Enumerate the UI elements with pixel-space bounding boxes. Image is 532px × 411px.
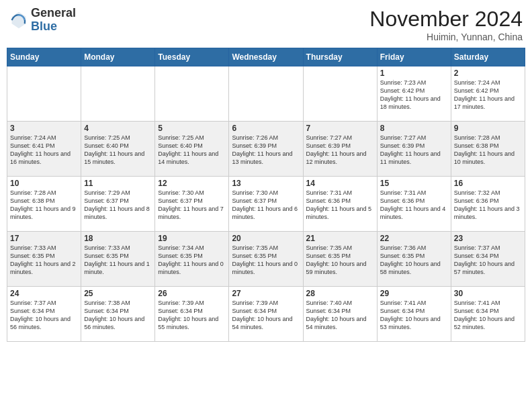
day-number: 4 [84, 124, 152, 133]
day-number: 6 [232, 124, 300, 133]
day-number: 22 [380, 234, 448, 243]
day-number: 28 [306, 289, 374, 298]
calendar-cell: 17Sunrise: 7:33 AM Sunset: 6:35 PM Dayli… [7, 232, 81, 287]
day-number: 14 [306, 179, 374, 188]
day-of-week-header: Wednesday [229, 48, 303, 66]
calendar-cell [155, 66, 229, 122]
day-number: 7 [306, 124, 374, 133]
title-block: November 2024 Huimin, Yunnan, China [369, 7, 523, 42]
day-number: 29 [380, 289, 448, 298]
calendar-cell: 30Sunrise: 7:41 AM Sunset: 6:34 PM Dayli… [451, 287, 525, 342]
calendar-cell: 10Sunrise: 7:28 AM Sunset: 6:38 PM Dayli… [7, 177, 81, 232]
day-number: 3 [10, 124, 78, 133]
calendar-cell: 18Sunrise: 7:33 AM Sunset: 6:35 PM Dayli… [81, 232, 155, 287]
calendar-cell: 3Sunrise: 7:24 AM Sunset: 6:41 PM Daylig… [7, 122, 81, 177]
day-number: 2 [454, 68, 522, 78]
calendar-cell: 27Sunrise: 7:39 AM Sunset: 6:34 PM Dayli… [229, 287, 303, 342]
day-info: Sunrise: 7:39 AM Sunset: 6:34 PM Dayligh… [232, 299, 300, 332]
logo-icon [9, 11, 28, 30]
day-info: Sunrise: 7:30 AM Sunset: 6:37 PM Dayligh… [232, 189, 300, 222]
day-number: 25 [84, 289, 152, 298]
day-number: 19 [158, 234, 226, 243]
day-info: Sunrise: 7:28 AM Sunset: 6:38 PM Dayligh… [10, 189, 78, 222]
calendar-week-row: 3Sunrise: 7:24 AM Sunset: 6:41 PM Daylig… [7, 122, 525, 177]
calendar-cell [81, 66, 155, 122]
calendar-cell: 24Sunrise: 7:37 AM Sunset: 6:34 PM Dayli… [7, 287, 81, 342]
calendar-table: SundayMondayTuesdayWednesdayThursdayFrid… [7, 48, 525, 342]
calendar-cell: 20Sunrise: 7:35 AM Sunset: 6:35 PM Dayli… [229, 232, 303, 287]
page-header: General Blue November 2024 Huimin, Yunna… [7, 7, 525, 42]
day-info: Sunrise: 7:34 AM Sunset: 6:35 PM Dayligh… [158, 244, 226, 277]
calendar-body: 1Sunrise: 7:23 AM Sunset: 6:42 PM Daylig… [7, 66, 525, 342]
calendar-cell: 28Sunrise: 7:40 AM Sunset: 6:34 PM Dayli… [303, 287, 377, 342]
calendar-cell: 13Sunrise: 7:30 AM Sunset: 6:37 PM Dayli… [229, 177, 303, 232]
day-info: Sunrise: 7:36 AM Sunset: 6:35 PM Dayligh… [380, 244, 448, 277]
day-number: 27 [232, 289, 300, 298]
day-number: 26 [158, 289, 226, 298]
day-number: 12 [158, 179, 226, 188]
day-info: Sunrise: 7:26 AM Sunset: 6:39 PM Dayligh… [232, 134, 300, 167]
calendar-cell: 14Sunrise: 7:31 AM Sunset: 6:36 PM Dayli… [303, 177, 377, 232]
calendar-cell: 2Sunrise: 7:24 AM Sunset: 6:42 PM Daylig… [451, 66, 525, 122]
day-of-week-header: Friday [377, 48, 451, 66]
day-info: Sunrise: 7:25 AM Sunset: 6:40 PM Dayligh… [158, 134, 226, 167]
day-number: 1 [380, 68, 448, 78]
day-info: Sunrise: 7:31 AM Sunset: 6:36 PM Dayligh… [306, 189, 374, 222]
calendar-cell [303, 66, 377, 122]
day-number: 5 [158, 124, 226, 133]
day-info: Sunrise: 7:37 AM Sunset: 6:34 PM Dayligh… [10, 299, 78, 332]
day-info: Sunrise: 7:40 AM Sunset: 6:34 PM Dayligh… [306, 299, 374, 332]
day-info: Sunrise: 7:31 AM Sunset: 6:36 PM Dayligh… [380, 189, 448, 222]
calendar-cell: 5Sunrise: 7:25 AM Sunset: 6:40 PM Daylig… [155, 122, 229, 177]
day-number: 9 [454, 124, 522, 133]
day-of-week-header: Monday [81, 48, 155, 66]
calendar-cell [7, 66, 81, 122]
day-of-week-header: Tuesday [155, 48, 229, 66]
day-info: Sunrise: 7:27 AM Sunset: 6:39 PM Dayligh… [380, 134, 448, 167]
day-info: Sunrise: 7:28 AM Sunset: 6:38 PM Dayligh… [454, 134, 522, 167]
month-title: November 2024 [369, 7, 523, 32]
day-number: 23 [454, 234, 522, 243]
calendar-cell: 7Sunrise: 7:27 AM Sunset: 6:39 PM Daylig… [303, 122, 377, 177]
day-number: 16 [454, 179, 522, 188]
calendar-cell: 12Sunrise: 7:30 AM Sunset: 6:37 PM Dayli… [155, 177, 229, 232]
day-info: Sunrise: 7:30 AM Sunset: 6:37 PM Dayligh… [158, 189, 226, 222]
calendar-cell: 1Sunrise: 7:23 AM Sunset: 6:42 PM Daylig… [377, 66, 451, 122]
day-info: Sunrise: 7:32 AM Sunset: 6:36 PM Dayligh… [454, 189, 522, 222]
day-info: Sunrise: 7:33 AM Sunset: 6:35 PM Dayligh… [10, 244, 78, 277]
day-info: Sunrise: 7:37 AM Sunset: 6:34 PM Dayligh… [454, 244, 522, 277]
calendar-cell: 29Sunrise: 7:41 AM Sunset: 6:34 PM Dayli… [377, 287, 451, 342]
day-of-week-header: Thursday [303, 48, 377, 66]
day-of-week-header: Saturday [451, 48, 525, 66]
day-info: Sunrise: 7:27 AM Sunset: 6:39 PM Dayligh… [306, 134, 374, 167]
day-info: Sunrise: 7:35 AM Sunset: 6:35 PM Dayligh… [306, 244, 374, 277]
day-info: Sunrise: 7:35 AM Sunset: 6:35 PM Dayligh… [232, 244, 300, 277]
day-number: 21 [306, 234, 374, 243]
calendar-week-row: 24Sunrise: 7:37 AM Sunset: 6:34 PM Dayli… [7, 287, 525, 342]
day-info: Sunrise: 7:41 AM Sunset: 6:34 PM Dayligh… [380, 299, 448, 332]
calendar-cell: 22Sunrise: 7:36 AM Sunset: 6:35 PM Dayli… [377, 232, 451, 287]
day-info: Sunrise: 7:33 AM Sunset: 6:35 PM Dayligh… [84, 244, 152, 277]
day-number: 24 [10, 289, 78, 298]
calendar-cell: 6Sunrise: 7:26 AM Sunset: 6:39 PM Daylig… [229, 122, 303, 177]
calendar-cell [229, 66, 303, 122]
calendar-cell: 16Sunrise: 7:32 AM Sunset: 6:36 PM Dayli… [451, 177, 525, 232]
day-number: 11 [84, 179, 152, 188]
calendar-cell: 11Sunrise: 7:29 AM Sunset: 6:37 PM Dayli… [81, 177, 155, 232]
day-number: 17 [10, 234, 78, 243]
calendar-cell: 23Sunrise: 7:37 AM Sunset: 6:34 PM Dayli… [451, 232, 525, 287]
day-info: Sunrise: 7:24 AM Sunset: 6:42 PM Dayligh… [454, 79, 522, 111]
calendar-cell: 15Sunrise: 7:31 AM Sunset: 6:36 PM Dayli… [377, 177, 451, 232]
day-info: Sunrise: 7:38 AM Sunset: 6:34 PM Dayligh… [84, 299, 152, 332]
day-number: 15 [380, 179, 448, 188]
calendar-header-row: SundayMondayTuesdayWednesdayThursdayFrid… [7, 48, 525, 66]
calendar-cell: 8Sunrise: 7:27 AM Sunset: 6:39 PM Daylig… [377, 122, 451, 177]
day-info: Sunrise: 7:23 AM Sunset: 6:42 PM Dayligh… [380, 79, 448, 111]
calendar-cell: 25Sunrise: 7:38 AM Sunset: 6:34 PM Dayli… [81, 287, 155, 342]
calendar-week-row: 17Sunrise: 7:33 AM Sunset: 6:35 PM Dayli… [7, 232, 525, 287]
day-info: Sunrise: 7:25 AM Sunset: 6:40 PM Dayligh… [84, 134, 152, 167]
day-of-week-header: Sunday [7, 48, 81, 66]
logo-text: General Blue [31, 7, 76, 34]
day-info: Sunrise: 7:29 AM Sunset: 6:37 PM Dayligh… [84, 189, 152, 222]
day-number: 8 [380, 124, 448, 133]
